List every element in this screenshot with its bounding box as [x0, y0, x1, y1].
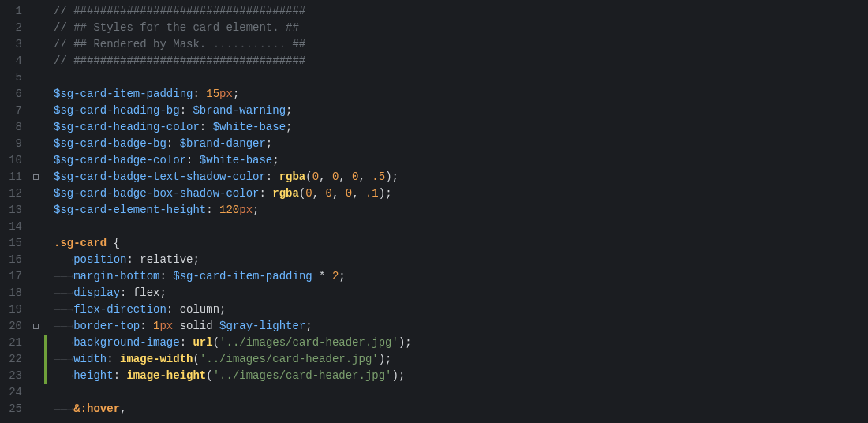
line-number[interactable]: 7: [0, 103, 27, 119]
line-number[interactable]: 9: [0, 136, 27, 152]
code-line[interactable]: ――→background-image: url('../images/card…: [54, 335, 868, 351]
code-token: ##: [292, 38, 305, 51]
line-marker[interactable]: [27, 169, 44, 185]
code-line[interactable]: // ## Rendered by Mask. ........... ##: [54, 36, 868, 53]
code-line[interactable]: $sg-card-heading-color: $white-base;: [54, 119, 868, 136]
line-number[interactable]: 23: [0, 368, 27, 384]
code-line[interactable]: ――→border-top: 1px solid $gray-lighter;: [54, 318, 868, 335]
line-number[interactable]: 17: [0, 268, 27, 285]
line-number-gutter: 1234567891011121314151617181920212223242…: [0, 0, 27, 423]
line-marker[interactable]: [27, 401, 44, 417]
line-number[interactable]: 2: [0, 20, 27, 36]
line-marker[interactable]: [27, 301, 44, 318]
code-token: ――→: [54, 303, 73, 316]
code-editor[interactable]: 1234567891011121314151617181920212223242…: [0, 0, 868, 423]
line-number[interactable]: 1: [0, 3, 27, 20]
line-number[interactable]: 3: [0, 36, 27, 53]
line-number[interactable]: 6: [0, 86, 27, 103]
line-marker[interactable]: [27, 103, 44, 119]
code-token: );: [379, 187, 392, 200]
line-marker[interactable]: [27, 69, 44, 86]
line-marker[interactable]: [27, 351, 44, 368]
line-number[interactable]: 11: [0, 169, 27, 185]
code-line[interactable]: ――→width: image-width('../images/card-he…: [54, 351, 868, 368]
code-token: '../images/card-header.jpg': [200, 353, 379, 365]
code-token: (: [193, 353, 199, 365]
line-marker[interactable]: [27, 368, 44, 384]
code-line[interactable]: $sg-card-badge-box-shadow-color: rgba(0,…: [54, 185, 868, 202]
line-number[interactable]: 16: [0, 252, 27, 268]
line-number[interactable]: 25: [0, 401, 27, 417]
code-line[interactable]: ――→display: flex;: [54, 285, 868, 301]
line-number[interactable]: 5: [0, 69, 27, 86]
line-number[interactable]: 20: [0, 318, 27, 335]
code-line[interactable]: ――→position: relative;: [54, 252, 868, 268]
line-marker[interactable]: [27, 318, 44, 335]
code-line[interactable]: .sg-card {: [54, 235, 868, 252]
line-marker[interactable]: [27, 36, 44, 53]
code-line[interactable]: [54, 384, 868, 401]
code-line[interactable]: ――→&:hover,: [54, 401, 868, 417]
code-line[interactable]: ――→flex-direction: column;: [54, 301, 868, 318]
code-token: ,: [120, 402, 126, 415]
code-token: ;: [159, 286, 166, 299]
code-area[interactable]: // ###################################//…: [47, 0, 868, 423]
code-line[interactable]: $sg-card-item-padding: 15px;: [54, 86, 868, 103]
line-number[interactable]: 14: [0, 219, 27, 235]
line-number[interactable]: 18: [0, 285, 27, 301]
code-line[interactable]: $sg-card-heading-bg: $brand-warning;: [54, 103, 868, 119]
code-line[interactable]: [54, 219, 868, 235]
code-token: [312, 270, 319, 283]
line-number[interactable]: 21: [0, 335, 27, 351]
code-token: ――→: [54, 336, 73, 349]
line-marker[interactable]: [27, 252, 44, 268]
line-number[interactable]: 10: [0, 152, 27, 169]
line-number[interactable]: 4: [0, 53, 27, 69]
code-line[interactable]: $sg-card-badge-color: $white-base;: [54, 152, 868, 169]
code-token: .5: [372, 170, 385, 183]
code-line[interactable]: $sg-card-badge-text-shadow-color: rgba(0…: [54, 169, 868, 185]
line-marker[interactable]: [27, 235, 44, 252]
code-token: .sg-card: [54, 237, 107, 249]
code-token: :: [159, 270, 173, 283]
line-number[interactable]: 13: [0, 202, 27, 219]
code-token: :: [166, 137, 180, 150]
code-line[interactable]: [54, 69, 868, 86]
line-marker[interactable]: [27, 3, 44, 20]
code-token: $sg-card-badge-box-shadow-color: [54, 187, 259, 200]
line-marker[interactable]: [27, 202, 44, 219]
code-line[interactable]: $sg-card-element-height: 120px;: [54, 202, 868, 219]
line-marker[interactable]: [27, 86, 44, 103]
line-marker[interactable]: [27, 20, 44, 36]
code-token: :: [166, 303, 180, 316]
code-line[interactable]: ――→margin-bottom: $sg-card-item-padding …: [54, 268, 868, 285]
code-line[interactable]: // ###################################: [54, 53, 868, 69]
code-token: $sg-card-element-height: [54, 204, 206, 216]
code-line[interactable]: // ###################################: [54, 3, 868, 20]
line-marker[interactable]: [27, 384, 44, 401]
line-marker[interactable]: [27, 219, 44, 235]
line-number[interactable]: 24: [0, 384, 27, 401]
line-marker[interactable]: [27, 285, 44, 301]
code-token: margin-bottom: [73, 270, 159, 283]
line-number[interactable]: 8: [0, 119, 27, 136]
line-number[interactable]: 15: [0, 235, 27, 252]
line-marker[interactable]: [27, 268, 44, 285]
code-token: :: [193, 88, 206, 100]
code-line[interactable]: // ## Styles for the card element. ##: [54, 20, 868, 36]
code-token: :: [120, 286, 133, 299]
line-number[interactable]: 12: [0, 185, 27, 202]
line-marker[interactable]: [27, 119, 44, 136]
line-marker[interactable]: [27, 152, 44, 169]
code-token: ...........: [206, 38, 292, 51]
code-line[interactable]: ――→height: image-height('../images/card-…: [54, 368, 868, 384]
code-token: );: [385, 170, 398, 183]
line-number[interactable]: 19: [0, 301, 27, 318]
line-marker[interactable]: [27, 53, 44, 69]
code-line[interactable]: $sg-card-badge-bg: $brand-danger;: [54, 136, 868, 152]
line-marker[interactable]: [27, 136, 44, 152]
line-marker[interactable]: [27, 185, 44, 202]
line-number[interactable]: 22: [0, 351, 27, 368]
line-marker[interactable]: [27, 335, 44, 351]
code-token: flex: [133, 286, 160, 299]
